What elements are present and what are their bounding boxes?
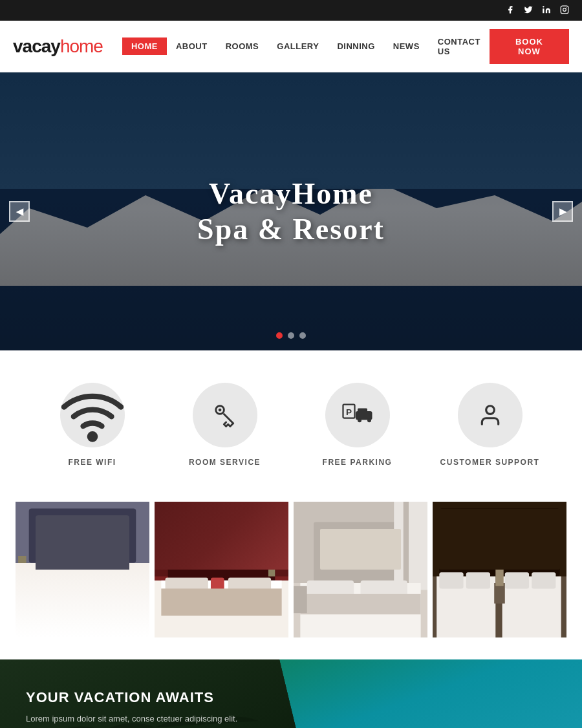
hero-dot-1[interactable] bbox=[276, 332, 283, 339]
book-now-button[interactable]: BOOK NOW bbox=[490, 29, 569, 64]
room-image-4 bbox=[433, 502, 566, 637]
svg-point-13 bbox=[486, 406, 494, 414]
parking-icon-circle: P bbox=[325, 383, 390, 447]
hero-title-line1: VacayHome bbox=[209, 177, 373, 210]
room-image-3 bbox=[294, 502, 427, 637]
svg-rect-23 bbox=[155, 502, 288, 577]
svg-rect-49 bbox=[439, 572, 463, 588]
nav-item-contact[interactable]: CONTACT US bbox=[429, 33, 490, 60]
svg-rect-46 bbox=[433, 502, 566, 577]
hero-title: VacayHome Spa & Resort bbox=[197, 176, 385, 247]
svg-rect-55 bbox=[495, 570, 503, 586]
wifi-label: FREE WIFI bbox=[68, 458, 116, 467]
room-card-1[interactable] bbox=[16, 502, 149, 637]
svg-point-60 bbox=[543, 659, 582, 698]
svg-rect-1 bbox=[561, 6, 568, 14]
svg-text:P: P bbox=[346, 407, 352, 417]
svg-rect-54 bbox=[494, 583, 505, 604]
linkedin-icon[interactable] bbox=[542, 5, 551, 16]
svg-point-4 bbox=[89, 434, 94, 439]
svg-rect-53 bbox=[532, 572, 555, 588]
svg-rect-25 bbox=[199, 513, 231, 551]
svg-rect-37 bbox=[314, 522, 407, 584]
nav-item-about[interactable]: ABOUT bbox=[167, 37, 217, 55]
svg-point-11 bbox=[358, 418, 361, 422]
svg-point-58 bbox=[543, 659, 582, 698]
room-card-3[interactable] bbox=[294, 502, 427, 637]
key-icon-circle bbox=[193, 383, 257, 447]
room-card-2[interactable] bbox=[155, 502, 288, 637]
room-image-1 bbox=[16, 502, 149, 637]
svg-rect-20 bbox=[92, 567, 138, 583]
vacation-description: Lorem ipsum dolor sit amet, conse ctetue… bbox=[26, 712, 285, 725]
top-bar bbox=[0, 0, 582, 21]
svg-rect-17 bbox=[16, 570, 149, 637]
svg-rect-19 bbox=[27, 567, 73, 583]
svg-rect-33 bbox=[268, 550, 275, 577]
nav-links: HOME ABOUT ROOMS GALLERY DINNING NEWS CO… bbox=[122, 33, 490, 60]
svg-rect-18 bbox=[22, 572, 142, 583]
hero-next-button[interactable]: ▶ bbox=[552, 201, 573, 222]
logo[interactable]: vacay home bbox=[13, 36, 103, 57]
facebook-icon[interactable] bbox=[506, 5, 515, 16]
amenity-support: CUSTOMER SUPPORT bbox=[438, 383, 542, 467]
hero-content: VacayHome Spa & Resort bbox=[197, 176, 385, 247]
vacation-left-content: YOUR VACATION AWAITS Lorem ipsum dolor s… bbox=[0, 659, 310, 728]
nav-item-dinning[interactable]: DINNING bbox=[328, 37, 383, 55]
svg-rect-43 bbox=[300, 594, 420, 615]
svg-point-3 bbox=[566, 7, 567, 8]
amenity-parking: P FREE PARKING bbox=[306, 383, 409, 467]
svg-rect-39 bbox=[404, 502, 409, 590]
svg-point-2 bbox=[563, 8, 566, 11]
vacation-right-bg bbox=[246, 659, 582, 728]
svg-rect-57 bbox=[246, 659, 582, 728]
svg-rect-14 bbox=[16, 502, 149, 637]
svg-rect-10 bbox=[358, 409, 367, 414]
svg-point-12 bbox=[367, 418, 371, 422]
twitter-icon[interactable] bbox=[524, 5, 533, 16]
svg-rect-21 bbox=[18, 556, 26, 577]
svg-rect-44 bbox=[294, 586, 307, 613]
amenity-wifi: FREE WIFI bbox=[41, 383, 144, 467]
vacation-title: YOUR VACATION AWAITS bbox=[26, 689, 285, 706]
room-card-4[interactable] bbox=[433, 502, 566, 637]
room-image-2 bbox=[155, 502, 288, 637]
amenities-section: FREE WIFI ROOM SERVICE P FRE bbox=[0, 350, 582, 499]
amenity-room-service: ROOM SERVICE bbox=[173, 383, 277, 467]
wifi-icon-circle bbox=[60, 383, 125, 447]
nav-item-home[interactable]: HOME bbox=[122, 37, 167, 55]
support-icon-circle bbox=[458, 383, 523, 447]
svg-rect-47 bbox=[439, 509, 559, 577]
support-label: CUSTOMER SUPPORT bbox=[440, 458, 540, 467]
svg-rect-50 bbox=[466, 572, 490, 588]
hero-dot-3[interactable] bbox=[299, 332, 306, 339]
room-service-label: ROOM SERVICE bbox=[189, 458, 261, 467]
hero-dots bbox=[276, 332, 306, 339]
navbar: vacay home HOME ABOUT ROOMS GALLERY DINN… bbox=[0, 21, 582, 72]
hero-title-line2: Spa & Resort bbox=[197, 213, 385, 246]
hero-prev-button[interactable]: ◀ bbox=[9, 201, 30, 222]
parking-label: FREE PARKING bbox=[323, 458, 393, 467]
room-gallery bbox=[0, 499, 582, 659]
nav-item-rooms[interactable]: ROOMS bbox=[217, 37, 268, 55]
instagram-icon[interactable] bbox=[560, 5, 569, 16]
svg-rect-38 bbox=[394, 502, 427, 590]
nav-item-gallery[interactable]: GALLERY bbox=[268, 37, 328, 55]
svg-point-6 bbox=[218, 409, 221, 412]
svg-rect-32 bbox=[161, 588, 281, 616]
svg-rect-24 bbox=[195, 509, 235, 557]
hero-dot-2[interactable] bbox=[288, 332, 294, 339]
nav-item-news[interactable]: NEWS bbox=[384, 37, 429, 55]
svg-rect-52 bbox=[505, 572, 529, 588]
svg-rect-16 bbox=[29, 509, 136, 563]
hero-section: VacayHome Spa & Resort ◀ ▶ bbox=[0, 72, 582, 350]
vacation-section: YOUR VACATION AWAITS Lorem ipsum dolor s… bbox=[0, 659, 582, 728]
svg-point-0 bbox=[543, 6, 544, 7]
logo-home-text: home bbox=[60, 36, 103, 57]
logo-vacay-text: vacay bbox=[13, 36, 60, 57]
